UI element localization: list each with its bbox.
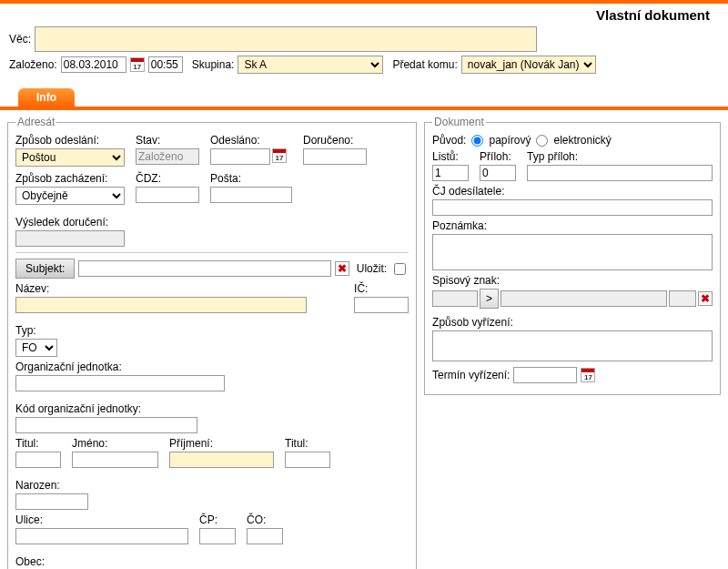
- spisovy-browse-button[interactable]: >: [480, 289, 499, 309]
- termin-label: Termín vyřízení:: [432, 369, 510, 381]
- vec-input[interactable]: [35, 26, 537, 52]
- cj-input[interactable]: [432, 199, 713, 216]
- page-title: Vlastní dokument: [596, 7, 710, 23]
- priloh-label: Příloh:: [480, 150, 516, 163]
- cj-label: ČJ odesílatele:: [432, 185, 713, 198]
- doruceno-label: Doručeno:: [303, 134, 367, 147]
- ulice-input[interactable]: [15, 528, 188, 544]
- org-input[interactable]: [15, 375, 225, 391]
- priloh-input[interactable]: [480, 165, 516, 181]
- elektronicky-label: elektronický: [553, 134, 611, 147]
- ic-label: IČ:: [354, 282, 409, 295]
- odeslano-input[interactable]: [210, 148, 270, 165]
- subjekt-button[interactable]: Subjekt:: [15, 259, 75, 279]
- vysledek-label: Výsledek doručení:: [15, 216, 125, 229]
- zalozeno-label: Založeno:: [9, 58, 57, 71]
- listu-label: Listů:: [432, 150, 469, 163]
- zachazeni-label: Způsob zacházení:: [15, 172, 125, 185]
- zpusob-odeslani-select[interactable]: Poštou: [15, 148, 125, 167]
- skupina-select[interactable]: Sk A: [238, 56, 383, 74]
- predat-label: Předat komu:: [392, 58, 457, 71]
- zachazeni-select[interactable]: Obyčejně: [15, 187, 125, 205]
- papirovy-radio[interactable]: [471, 135, 483, 147]
- tab-info[interactable]: Info: [18, 88, 75, 107]
- cdz-label: ČDZ:: [136, 172, 199, 185]
- nazev-input[interactable]: [15, 297, 307, 313]
- titul1-label: Titul:: [15, 437, 61, 450]
- ic-input[interactable]: [354, 297, 409, 313]
- ulozit-checkbox[interactable]: [394, 263, 406, 275]
- titul1-input[interactable]: [15, 452, 61, 468]
- jmeno-label: Jméno:: [72, 437, 158, 450]
- poznamka-label: Poznámka:: [432, 219, 713, 232]
- poznamka-input[interactable]: [432, 234, 713, 270]
- subjekt-input[interactable]: [78, 260, 330, 277]
- zpusob-vyrizeni-label: Způsob vyřízení:: [432, 316, 713, 329]
- predat-select[interactable]: novak_jan (Novák Jan): [461, 56, 596, 74]
- clear-icon[interactable]: ✖: [335, 261, 349, 276]
- obec-label: Obec:: [15, 555, 138, 568]
- narozen-label: Narozen:: [15, 479, 88, 492]
- prijmeni-label: Příjmení:: [169, 437, 274, 450]
- listu-input[interactable]: [432, 165, 469, 181]
- stav-label: Stav:: [136, 134, 199, 147]
- co-input[interactable]: [247, 528, 283, 544]
- ulozit-check-label: Uložit:: [357, 262, 387, 275]
- org-label: Organizační jednotka:: [15, 361, 225, 373]
- spisovy-code-input: [432, 290, 478, 307]
- spisovy-label: Spisový znak:: [432, 274, 713, 287]
- prijmeni-input[interactable]: [169, 452, 274, 468]
- titul2-input[interactable]: [285, 452, 330, 468]
- posta-label: Pošta:: [210, 172, 292, 185]
- vec-label: Věc:: [9, 33, 31, 46]
- elektronicky-radio[interactable]: [536, 135, 548, 147]
- nazev-label: Název:: [15, 282, 343, 295]
- adresat-fieldset: Adresát Způsob odeslání: Poštou Stav: Od…: [7, 116, 417, 569]
- narozen-input[interactable]: [15, 493, 88, 510]
- vysledek-input: [15, 230, 125, 247]
- typ-select[interactable]: FO: [15, 339, 57, 357]
- zalozeno-time-input[interactable]: [148, 56, 183, 73]
- spisovy-extra-input: [669, 290, 696, 307]
- stav-input: [136, 148, 199, 165]
- zpusob-odeslani-label: Způsob odeslání:: [15, 134, 125, 147]
- jmeno-input[interactable]: [72, 452, 158, 468]
- skupina-label: Skupina:: [192, 58, 235, 71]
- dokument-fieldset: Dokument Původ: papírový elektronický Li…: [424, 116, 721, 395]
- kod-org-label: Kód organizační jednotky:: [15, 402, 197, 415]
- typ-priloh-label: Typ příloh:: [527, 150, 713, 163]
- calendar-icon[interactable]: 17: [130, 57, 145, 72]
- kod-org-input[interactable]: [15, 417, 197, 433]
- adresat-legend: Adresát: [15, 116, 56, 128]
- zpusob-vyrizeni-input[interactable]: [432, 330, 713, 361]
- cp-label: ČP:: [199, 513, 236, 526]
- typ-label: Typ:: [15, 324, 57, 337]
- typ-priloh-input[interactable]: [527, 165, 713, 181]
- co-label: ČO:: [247, 513, 283, 526]
- zalozeno-date-input[interactable]: [61, 56, 126, 73]
- posta-input[interactable]: [210, 187, 292, 203]
- dokument-legend: Dokument: [432, 116, 486, 128]
- titul2-label: Titul:: [285, 437, 330, 450]
- ulice-label: Ulice:: [15, 513, 188, 526]
- odeslano-label: Odesláno:: [210, 134, 292, 147]
- termin-input[interactable]: [513, 367, 577, 383]
- papirovy-label: papírový: [489, 134, 531, 147]
- puvod-label: Původ:: [432, 134, 466, 147]
- doruceno-input[interactable]: [303, 148, 367, 165]
- calendar-icon[interactable]: 17: [581, 368, 595, 382]
- clear-icon[interactable]: ✖: [698, 291, 713, 306]
- cdz-input[interactable]: [136, 187, 199, 203]
- spisovy-desc-input: [500, 290, 667, 307]
- calendar-icon[interactable]: 17: [272, 148, 287, 163]
- cp-input[interactable]: [199, 528, 236, 544]
